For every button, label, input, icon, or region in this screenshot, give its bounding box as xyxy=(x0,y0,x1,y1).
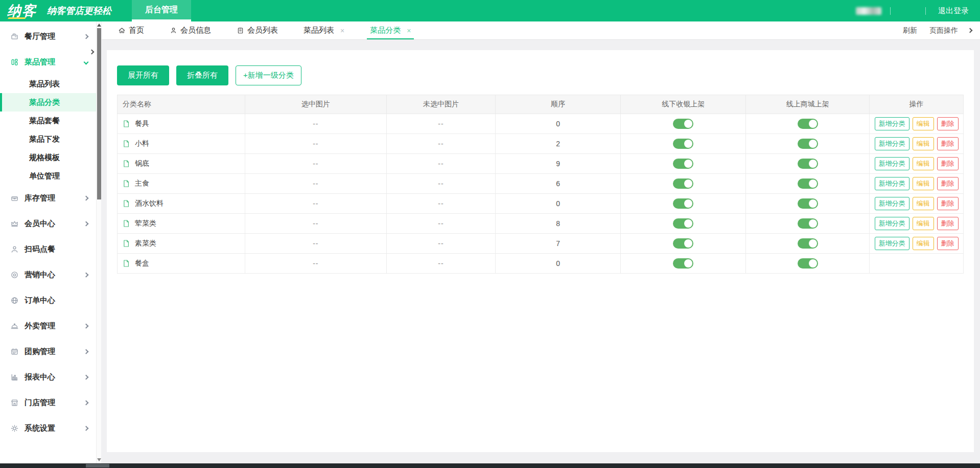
tab-4[interactable]: 菜品分类× xyxy=(367,21,414,39)
page-ops-button[interactable]: 页面操作 xyxy=(927,26,958,35)
add-root-category-button[interactable]: +新增一级分类 xyxy=(236,65,301,85)
sidebar-item-4[interactable]: 扫码点餐 xyxy=(0,236,96,262)
sidebar-subitem-菜品套餐[interactable]: 菜品套餐 xyxy=(0,112,96,130)
order-value: 0 xyxy=(496,114,621,134)
sidebar-item-5[interactable]: 营销中心 xyxy=(0,262,96,287)
tab-2[interactable]: 会员列表 xyxy=(234,21,281,39)
scroll-down-icon[interactable] xyxy=(97,458,101,461)
table-row: 素菜类----7新增分类编辑删除 xyxy=(118,234,964,254)
offline-shelf-toggle[interactable] xyxy=(673,139,693,149)
add-subcategory-button[interactable]: 新增分类 xyxy=(875,157,909,170)
sidebar-item-0[interactable]: 餐厅管理 xyxy=(0,24,96,49)
refresh-button[interactable]: 刷新 xyxy=(901,26,917,35)
tab-label: 首页 xyxy=(129,26,144,35)
edit-button[interactable]: 编辑 xyxy=(913,217,934,230)
chevron-right-icon xyxy=(84,426,89,431)
order-value: 8 xyxy=(496,214,621,234)
actions-cell: 新增分类编辑删除 xyxy=(870,214,964,234)
collapse-all-button[interactable]: 折叠所有 xyxy=(176,65,228,85)
tab-0[interactable]: 首页 xyxy=(115,21,147,39)
sidebar-subitem-菜品列表[interactable]: 菜品列表 xyxy=(0,75,96,93)
sidebar-subitem-规格模板[interactable]: 规格模板 xyxy=(0,148,96,167)
sidebar-item-label: 扫码点餐 xyxy=(25,244,55,254)
category-name-label: 主食 xyxy=(135,179,149,188)
online-shelf-toggle[interactable] xyxy=(798,179,818,189)
edit-button[interactable]: 编辑 xyxy=(913,157,934,170)
offline-shelf-toggle[interactable] xyxy=(673,218,693,229)
report-icon xyxy=(10,373,19,382)
offline-shelf-toggle[interactable] xyxy=(673,198,693,209)
tab-label: 会员信息 xyxy=(180,26,211,35)
edit-button[interactable]: 编辑 xyxy=(913,137,934,150)
sidebar-item-7[interactable]: 外卖管理 xyxy=(0,313,96,339)
sidebar-subitem-菜品下发[interactable]: 菜品下发 xyxy=(0,130,96,148)
inventory-icon xyxy=(10,194,19,203)
scroll-up-icon[interactable] xyxy=(97,24,101,27)
delete-button[interactable]: 删除 xyxy=(937,157,959,170)
scrollbar-thumb[interactable] xyxy=(97,28,101,199)
doc-icon xyxy=(122,160,130,168)
delete-button[interactable]: 删除 xyxy=(937,117,959,130)
offline-shelf-toggle[interactable] xyxy=(673,119,693,129)
chevron-right-icon[interactable] xyxy=(968,28,973,33)
selected-image-value: -- xyxy=(313,160,318,168)
add-subcategory-button[interactable]: 新增分类 xyxy=(875,117,909,130)
table-row: 酒水饮料----0新增分类编辑删除 xyxy=(118,194,964,214)
category-name-label: 荤菜类 xyxy=(135,219,156,228)
delete-button[interactable]: 删除 xyxy=(937,137,959,150)
online-shelf-toggle[interactable] xyxy=(798,119,818,129)
tab-3[interactable]: 菜品列表× xyxy=(300,21,347,39)
online-shelf-toggle[interactable] xyxy=(798,139,818,149)
sidebar-item-8[interactable]: 团购管理 xyxy=(0,339,96,364)
tab-close-icon[interactable]: × xyxy=(340,27,344,35)
add-subcategory-button[interactable]: 新增分类 xyxy=(875,217,909,230)
sidebar-item-10[interactable]: 门店管理 xyxy=(0,390,96,415)
offline-shelf-toggle[interactable] xyxy=(673,238,693,249)
category-name-label: 酒水饮料 xyxy=(135,199,164,208)
edit-button[interactable]: 编辑 xyxy=(913,177,934,190)
add-subcategory-button[interactable]: 新增分类 xyxy=(875,137,909,150)
add-subcategory-button[interactable]: 新增分类 xyxy=(875,177,909,190)
sidebar-item-3[interactable]: 会员中心 xyxy=(0,211,96,236)
unselected-image-value: -- xyxy=(438,259,444,268)
tab-close-icon[interactable]: × xyxy=(407,27,411,35)
sidebar-scrollbar[interactable] xyxy=(96,21,101,463)
actions-cell xyxy=(870,254,964,274)
offline-shelf-toggle[interactable] xyxy=(673,179,693,189)
add-subcategory-button[interactable]: 新增分类 xyxy=(875,197,909,210)
expand-all-button[interactable]: 展开所有 xyxy=(117,65,169,85)
tab-1[interactable]: 会员信息 xyxy=(167,21,214,39)
sidebar-item-11[interactable]: 系统设置 xyxy=(0,415,96,441)
delete-button[interactable]: 删除 xyxy=(937,237,959,250)
header-tab-admin[interactable]: 后台管理 xyxy=(132,0,191,21)
logout-button[interactable]: 退出登录 xyxy=(935,6,969,16)
online-shelf-toggle[interactable] xyxy=(798,198,818,209)
offline-shelf-toggle[interactable] xyxy=(673,159,693,169)
offline-shelf-toggle[interactable] xyxy=(673,258,693,269)
edit-button[interactable]: 编辑 xyxy=(913,197,934,210)
add-subcategory-button[interactable]: 新增分类 xyxy=(875,237,909,250)
edit-button[interactable]: 编辑 xyxy=(913,237,934,250)
sidebar-item-1[interactable]: 菜品管理 xyxy=(0,49,96,75)
online-shelf-toggle[interactable] xyxy=(798,159,818,169)
sidebar-item-6[interactable]: 订单中心 xyxy=(0,287,96,313)
online-shelf-toggle[interactable] xyxy=(798,218,818,229)
delete-button[interactable]: 删除 xyxy=(937,177,959,190)
horizontal-scrollbar[interactable] xyxy=(0,463,980,468)
sidebar-subitem-单位管理[interactable]: 单位管理 xyxy=(0,167,96,185)
delete-button[interactable]: 删除 xyxy=(937,197,959,210)
selected-image-value: -- xyxy=(313,199,318,208)
category-name: 锅底 xyxy=(118,159,245,168)
sidebar-subitem-菜品分类[interactable]: 菜品分类 xyxy=(0,93,96,112)
chevron-down-icon xyxy=(84,59,89,64)
delete-button[interactable]: 删除 xyxy=(937,217,959,230)
edit-button[interactable]: 编辑 xyxy=(913,117,934,130)
category-name: 荤菜类 xyxy=(118,219,245,228)
online-shelf-toggle[interactable] xyxy=(798,258,818,269)
table-body: 餐具----0新增分类编辑删除小料----2新增分类编辑删除锅底----9新增分… xyxy=(118,114,964,274)
dish-icon xyxy=(10,58,19,66)
sidebar-item-2[interactable]: 库存管理 xyxy=(0,185,96,211)
sidebar-item-9[interactable]: 报表中心 xyxy=(0,364,96,390)
online-shelf-toggle[interactable] xyxy=(798,238,818,249)
horizontal-scrollbar-thumb[interactable] xyxy=(86,464,109,467)
